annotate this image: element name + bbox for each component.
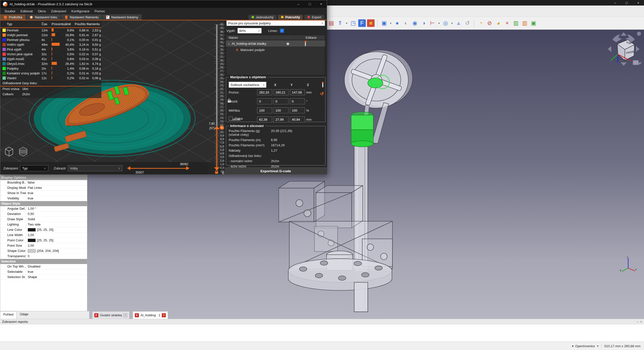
- property-group-header[interactable]: Display Options: [0, 175, 87, 180]
- part-workbench-icon[interactable]: F: [358, 19, 366, 27]
- settings-tab[interactable]: Nastavení tiskárny: [103, 14, 142, 20]
- slider-lock-icon[interactable]: [215, 171, 218, 174]
- property-value[interactable]: [25, 25, 25]: [26, 238, 87, 243]
- refresh-icon[interactable]: ↺: [464, 19, 471, 27]
- freecad-close-button[interactable]: ×: [632, 0, 644, 6]
- mode-button[interactable]: Jednoduchý: [249, 15, 276, 20]
- panel-tab[interactable]: Údaje: [17, 311, 31, 319]
- freecad-minimize-button[interactable]: –: [609, 0, 621, 6]
- view-cube-plain-icon[interactable]: [3, 145, 15, 158]
- navigation-cube[interactable]: TOP FRONT: [605, 30, 642, 70]
- report-float-icon[interactable]: ▫: [637, 319, 638, 325]
- property-group-header[interactable]: Object Style: [0, 201, 87, 206]
- uniform-scale-lock-icon[interactable]: [228, 100, 231, 103]
- property-row[interactable]: Point Size 2,00: [0, 243, 87, 248]
- value-x-field[interactable]: 0: [257, 98, 272, 104]
- maximize-button[interactable]: □: [304, 0, 315, 8]
- value-y-field[interactable]: 27,99: [273, 116, 289, 122]
- minimize-button[interactable]: –: [293, 0, 304, 8]
- move-slider-left-handle[interactable]: [127, 166, 130, 170]
- bounding-box-icon[interactable]: ▣: [380, 19, 388, 27]
- value-x-field[interactable]: 62,38: [257, 116, 272, 122]
- property-value[interactable]: true: [26, 191, 87, 196]
- property-row[interactable]: Bounding B... false: [0, 180, 87, 185]
- property-value[interactable]: Flat Lines: [26, 185, 87, 190]
- value-z-field[interactable]: 40,94: [290, 116, 305, 122]
- object-row[interactable]: ∨Al_holding-držák kladky ◉: [226, 40, 325, 47]
- shape-builder-icon[interactable]: ▲: [455, 19, 462, 27]
- supports-select[interactable]: Pouze pro vynucené podpěry∨: [226, 20, 325, 26]
- value-z-field[interactable]: 147,08: [290, 89, 305, 95]
- property-value[interactable]: 2,00: [26, 233, 87, 238]
- tube-icon[interactable]: ◳: [349, 19, 357, 27]
- colored-cube-icon[interactable]: ■: [367, 19, 375, 27]
- inches-checkbox[interactable]: [229, 116, 233, 120]
- layer-slider-upper-handle[interactable]: [214, 126, 220, 129]
- intersection-icon[interactable]: ◎: [442, 19, 449, 27]
- dropdown-icon[interactable]: ▾: [389, 19, 392, 27]
- property-row[interactable]: Line Width 2,00: [0, 233, 87, 238]
- menu-item[interactable]: Pomoc: [92, 9, 107, 13]
- edit-object-icon[interactable]: [305, 41, 306, 46]
- add-color-change-icon[interactable]: +: [220, 125, 224, 130]
- separator[interactable]: [377, 19, 378, 27]
- property-row[interactable]: Selection St... Shape: [0, 275, 87, 280]
- visibility-eye-icon[interactable]: ◉: [283, 41, 295, 46]
- property-row[interactable]: Point Color [25, 25, 25]: [0, 238, 87, 243]
- settings-tab[interactable]: Podložka: [0, 14, 26, 20]
- property-row[interactable]: Deviation 0,50: [0, 211, 87, 217]
- property-row[interactable]: Transparency 0: [0, 254, 87, 259]
- reset-rotation-icon[interactable]: ↺: [320, 91, 324, 97]
- property-row[interactable]: Shape Color [204, 204, 204]: [0, 248, 87, 254]
- infill-select[interactable]: 60%∨: [237, 28, 262, 33]
- property-row[interactable]: Show In Tree true: [0, 191, 87, 196]
- property-value[interactable]: true: [26, 269, 87, 274]
- brim-checkbox[interactable]: ✓: [280, 29, 284, 33]
- drop-to-bed-icon[interactable]: [322, 83, 323, 87]
- measure-total-icon[interactable]: ◕: [495, 19, 502, 27]
- horizontal-move-slider[interactable]: 36062 35307: [127, 162, 189, 174]
- expand-chevron-icon[interactable]: ∨: [228, 42, 230, 45]
- property-value[interactable]: true: [26, 196, 87, 201]
- cross-sections-icon[interactable]: ▤: [328, 19, 335, 27]
- property-row[interactable]: Display Mode Flat Lines: [0, 185, 87, 191]
- coordinate-system-select[interactable]: Světové souřadnice∨: [229, 82, 266, 88]
- slicer-3d-viewport[interactable]: Typ Čas Procentuálně Použito filamentu P…: [0, 20, 224, 162]
- separator[interactable]: [474, 19, 474, 27]
- dropdown-icon[interactable]: ▾: [451, 19, 454, 27]
- value-z-field[interactable]: 100: [290, 107, 305, 113]
- property-value[interactable]: Solid: [26, 217, 87, 222]
- report-panel-header[interactable]: Zobrazení reportu ▫ ×: [0, 319, 644, 324]
- union-icon[interactable]: ●: [393, 19, 401, 27]
- mode-button[interactable]: Pokročilý: [278, 15, 303, 20]
- property-row[interactable]: Draw Style Solid: [0, 217, 87, 222]
- property-row[interactable]: Line Color [25, 25, 25]: [0, 227, 87, 233]
- value-y-field[interactable]: 0: [273, 98, 289, 104]
- value-y-field[interactable]: 160,21: [273, 89, 289, 95]
- report-close-icon[interactable]: ×: [640, 319, 642, 325]
- value-z-field[interactable]: 0: [290, 98, 305, 104]
- property-value[interactable]: Disabled: [26, 264, 87, 269]
- settings-tab[interactable]: Nastavení filamentu: [61, 14, 102, 20]
- export-plane-icon[interactable]: ⇑: [336, 19, 344, 27]
- show-select[interactable]: Volby∨: [68, 165, 123, 171]
- prusaslicer-titlebar[interactable]: Al_holding-držák - PrusaSlicer-2.5.2 zal…: [0, 0, 327, 8]
- property-value[interactable]: [204, 204, 204]: [26, 248, 87, 253]
- property-group-header[interactable]: Selection: [0, 259, 87, 264]
- property-value[interactable]: [25, 25, 25]: [26, 227, 87, 232]
- document-tab[interactable]: F Úvodní stránka ×: [92, 311, 130, 319]
- cut-icon[interactable]: ◐: [402, 19, 410, 27]
- toggle-measure-delta-icon[interactable]: ▥: [521, 19, 529, 27]
- toggle-measure-3d-icon[interactable]: ▥: [512, 19, 520, 27]
- settings-tab[interactable]: Nastavení tisku: [26, 14, 61, 20]
- close-button[interactable]: ×: [315, 0, 327, 8]
- measure-linear-icon[interactable]: ◔: [477, 19, 485, 27]
- property-row[interactable]: Visibility true: [0, 196, 87, 201]
- move-slider-right-handle[interactable]: [186, 166, 189, 170]
- property-value[interactable]: Two side: [26, 222, 87, 227]
- menu-item[interactable]: Editovat: [18, 9, 35, 13]
- property-value[interactable]: 0: [26, 254, 87, 259]
- paint-supports-row[interactable]: ⋔ Malování podpěr: [226, 47, 325, 53]
- renderer-select[interactable]: OpenInventor: [575, 344, 595, 348]
- document-tab[interactable]: F Al_holding : 1 ×: [133, 311, 168, 319]
